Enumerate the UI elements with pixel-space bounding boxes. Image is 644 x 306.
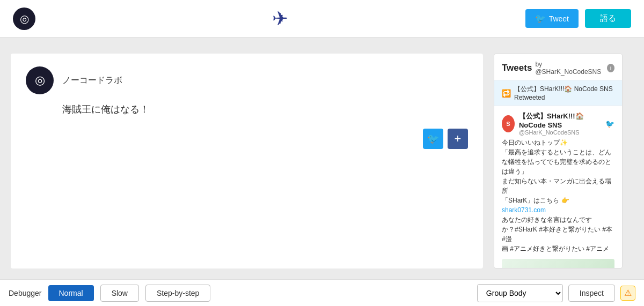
card-twitter-icon: 🐦 [427, 133, 439, 145]
retweet-icon: 🔁 [502, 89, 511, 98]
bottom-bar-right: Group Body Inspect ⚠ [477, 284, 635, 302]
retweet-label: 【公式】SHarK!!!🏠 NoCode SNS [514, 85, 613, 94]
card-avatar-symbol: ◎ [35, 73, 45, 87]
header-actions: 🐦 Tweet 語る [525, 9, 631, 28]
header: ◎ ✈ 🐦 Tweet 語る [0, 0, 644, 38]
step-by-step-label: Step-by-step [157, 289, 199, 297]
retweet-sublabel: Retweeted [514, 94, 613, 101]
retweet-notice: 🔁 【公式】SHarK!!!🏠 NoCode SNS Retweeted [494, 80, 622, 106]
tweet-text: 今日のいいねトップ✨ 「最高を追求するということは、どんな犠牲を払ってでも完璧を… [502, 138, 614, 253]
step-by-step-button[interactable]: Step-by-step [145, 285, 210, 302]
tweet-author-info: 【公式】SHarK!!!🏠 NoCode SNS @SHarK_NoCodeSN… [519, 111, 601, 136]
normal-button[interactable]: Normal [48, 285, 94, 301]
card-avatar: ◎ [26, 66, 54, 94]
tweets-sidebar: Tweets by @SHarK_NoCodeSNS i 🔁 【公式】SHarK… [494, 54, 623, 268]
tweet-avatar: S [502, 115, 515, 132]
tweet-author-name: 【公式】SHarK!!!🏠 NoCode SNS [519, 111, 601, 129]
card-header: ◎ ノーコードラボ [26, 66, 468, 94]
tweet-author-handle: @SHarK_NoCodeSNS [519, 129, 601, 136]
slow-button[interactable]: Slow [100, 285, 139, 302]
tweet-twitter-icon: 🐦 [605, 120, 614, 128]
tweet-item: S 【公式】SHarK!!!🏠 NoCode SNS @SHarK_NoCode… [494, 106, 622, 268]
normal-label: Normal [59, 289, 83, 297]
slow-label: Slow [112, 289, 128, 297]
info-icon: i [607, 64, 614, 72]
card-plus-icon: + [455, 132, 462, 146]
tweet-image: SHarK!!! NoCodeCamp杯 [502, 259, 614, 268]
kataru-button[interactable]: 語る [585, 9, 631, 28]
tweet-avatar-initials: S [506, 121, 510, 127]
main-content: ◎ ノーコードラボ 海賊王に俺はなる！ 🐦 + Tweets by @SHarK… [0, 38, 644, 279]
tweets-header: Tweets by @SHarK_NoCodeSNS i [494, 54, 622, 80]
main-card: ◎ ノーコードラボ 海賊王に俺はなる！ 🐦 + [11, 54, 483, 268]
card-message: 海賊王に俺はなる！ [26, 103, 468, 116]
tweets-title: Tweets [502, 63, 532, 73]
header-logo: ◎ [13, 8, 35, 30]
card-username: ノーコードラボ [62, 75, 122, 86]
tweet-button-label: Tweet [549, 14, 569, 23]
plane-icon: ✈ [272, 8, 288, 30]
logo-symbol: ◎ [20, 12, 29, 25]
tweet-author-row: S 【公式】SHarK!!!🏠 NoCode SNS @SHarK_NoCode… [502, 111, 614, 136]
twitter-bird-icon: 🐦 [535, 13, 546, 24]
card-actions: 🐦 + [26, 129, 468, 149]
debugger-label: Debugger [9, 289, 42, 297]
card-twitter-button[interactable]: 🐦 [423, 129, 443, 149]
tweets-by: by @SHarK_NoCodeSNS [535, 61, 602, 76]
card-plus-button[interactable]: + [448, 129, 468, 149]
inspect-label: Inspect [580, 289, 604, 297]
tweet-button[interactable]: 🐦 Tweet [525, 9, 579, 28]
group-body-select[interactable]: Group Body [477, 284, 563, 302]
tweet-link[interactable]: shark0731.com [502, 206, 546, 214]
warning-icon: ⚠ [620, 286, 635, 301]
bottom-bar: Debugger Normal Slow Step-by-step Group … [0, 279, 644, 306]
kataru-button-label: 語る [600, 13, 616, 23]
inspect-button[interactable]: Inspect [568, 285, 615, 302]
warning-symbol: ⚠ [624, 288, 632, 298]
